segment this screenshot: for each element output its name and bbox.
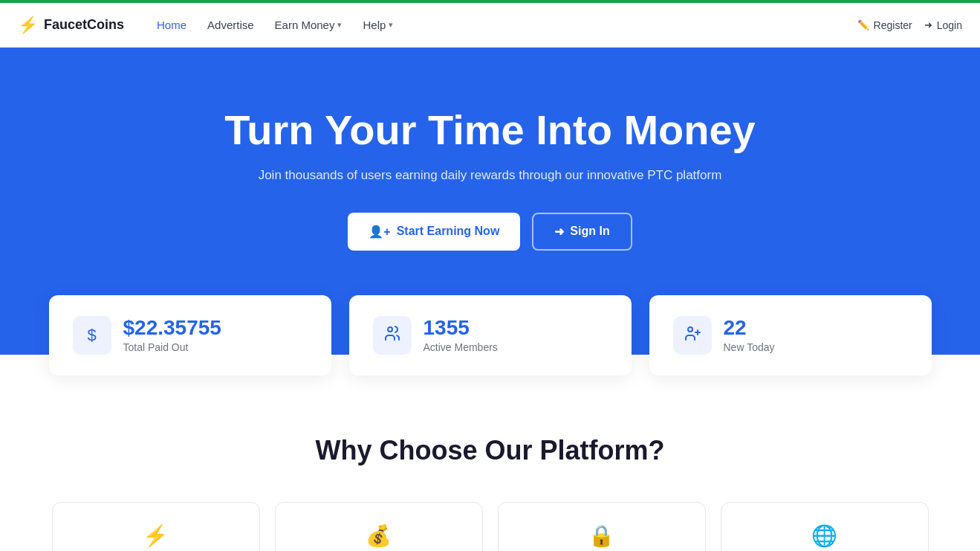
earn-money-chevron-icon: ▾	[337, 20, 342, 30]
stat-value-new-today: 22	[724, 317, 775, 340]
stat-card-active-members: 1355 Active Members	[349, 295, 632, 376]
stat-content-total-paid: $22.35755 Total Paid Out	[123, 317, 221, 353]
sign-in-button[interactable]: ➜ Sign In	[532, 213, 632, 251]
login-icon: ➜	[924, 19, 932, 30]
user-plus-icon: 👤+	[369, 225, 390, 239]
stat-value-total-paid: $22.35755	[123, 317, 221, 340]
stat-content-active-members: 1355 Active Members	[424, 317, 498, 353]
brand-name: FaucetCoins	[44, 17, 124, 33]
lightning-icon: ⚡	[18, 16, 38, 35]
brand-logo[interactable]: ⚡ FaucetCoins	[18, 16, 124, 35]
why-title: Why Choose Our Platform?	[45, 435, 935, 466]
nav-help[interactable]: Help ▾	[354, 13, 402, 37]
help-chevron-icon: ▾	[389, 20, 393, 30]
hero-buttons: 👤+ Start Earning Now ➜ Sign In	[18, 213, 962, 251]
navbar-auth: ✏️ Register ➜ Login	[857, 19, 962, 31]
hero-subtitle: Join thousands of users earning daily re…	[18, 168, 962, 183]
why-card-3-icon: 🔒	[516, 523, 687, 548]
group-icon	[383, 324, 401, 346]
stat-label-total-paid: Total Paid Out	[123, 341, 221, 353]
why-card-2: 💰	[275, 502, 483, 551]
stat-label-new-today: New Today	[724, 341, 775, 353]
why-card-4-icon: 🌐	[739, 523, 910, 548]
login-link[interactable]: ➜ Login	[924, 19, 962, 31]
group-icon-wrapper	[373, 316, 412, 355]
why-card-2-icon: 💰	[293, 523, 464, 548]
register-icon: ✏️	[857, 19, 869, 30]
why-card-4: 🌐	[721, 502, 929, 551]
navbar: ⚡ FaucetCoins Home Advertise Earn Money …	[0, 3, 980, 48]
why-card-3: 🔒	[498, 502, 706, 551]
hero-title: Turn Your Time Into Money	[18, 107, 962, 153]
why-section: Why Choose Our Platform? ⚡ 💰 🔒 🌐	[0, 376, 980, 551]
nav-earn-money[interactable]: Earn Money ▾	[266, 13, 351, 37]
arrow-right-icon: ➜	[554, 225, 564, 239]
nav-home[interactable]: Home	[148, 13, 195, 37]
stat-card-total-paid: $ $22.35755 Total Paid Out	[49, 295, 331, 376]
svg-point-0	[388, 327, 392, 332]
user-add-icon	[684, 324, 701, 346]
why-card-1-icon: ⚡	[71, 523, 241, 548]
stat-card-new-today: 22 New Today	[649, 295, 932, 376]
nav-links: Home Advertise Earn Money ▾ Help ▾	[148, 13, 857, 37]
dollar-icon: $	[87, 326, 96, 345]
stat-label-active-members: Active Members	[424, 341, 498, 353]
stat-value-active-members: 1355	[424, 317, 498, 340]
why-cards-container: ⚡ 💰 🔒 🌐	[45, 502, 935, 551]
stats-section: $ $22.35755 Total Paid Out 1355 Active M…	[0, 295, 980, 376]
why-card-1: ⚡	[52, 502, 260, 551]
register-link[interactable]: ✏️ Register	[857, 19, 912, 31]
start-earning-button[interactable]: 👤+ Start Earning Now	[348, 213, 520, 251]
dollar-icon-wrapper: $	[73, 316, 111, 355]
user-plus-icon-wrapper	[673, 316, 712, 355]
stat-content-new-today: 22 New Today	[724, 317, 775, 353]
nav-advertise[interactable]: Advertise	[198, 13, 263, 37]
svg-point-1	[688, 327, 692, 332]
